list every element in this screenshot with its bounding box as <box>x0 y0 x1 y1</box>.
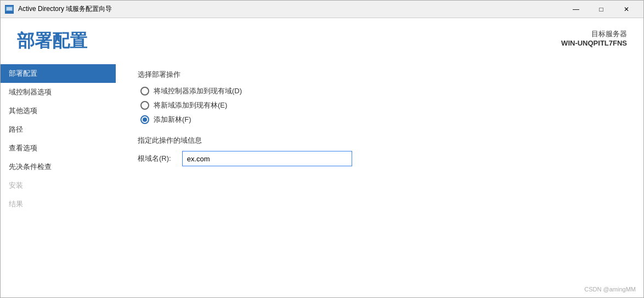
sidebar: 部署配置 域控制器选项 其他选项 路径 查看选项 先决条件检 <box>1 61 116 297</box>
sidebar-item-prerequisites[interactable]: 先决条件检查 <box>1 158 116 176</box>
domain-section: 指定此操作的域信息 根域名(R): <box>138 136 622 166</box>
domain-field-label: 根域名(R): <box>138 154 171 164</box>
target-server-name: WIN-UNQPITL7FNS <box>561 39 627 47</box>
sidebar-item-deployment[interactable]: 部署配置 <box>1 64 116 83</box>
sidebar-item-paths[interactable]: 路径 <box>1 120 116 139</box>
sidebar-item-install: 安装 <box>1 176 116 195</box>
maximize-button[interactable]: □ <box>589 1 614 18</box>
radio-circle-2 <box>140 101 149 110</box>
main-content: 部署配置 域控制器选项 其他选项 路径 查看选项 先决条件检 <box>1 61 643 297</box>
radio-group: 将域控制器添加到现有域(D) 将新域添加到现有林(E) 添加新林(F) <box>140 86 622 125</box>
radio-circle-1 <box>140 87 149 95</box>
svg-rect-2 <box>5 11 14 13</box>
watermark: CSDN @amingMM <box>584 286 636 293</box>
sidebar-item-review[interactable]: 查看选项 <box>1 139 116 158</box>
target-server-info: 目标服务器 WIN-UNQPITL7FNS <box>561 29 627 47</box>
sidebar-item-dc-options[interactable]: 域控制器选项 <box>1 83 116 102</box>
content-area: 部署配置 目标服务器 WIN-UNQPITL7FNS 部署配置 域控制器选项 <box>1 18 643 297</box>
radio-add-new-forest[interactable]: 添加新林(F) <box>140 115 622 125</box>
page-title: 部署配置 <box>17 29 87 53</box>
title-bar: Active Directory 域服务配置向导 — □ ✕ <box>1 1 643 18</box>
radio-circle-3 <box>140 115 149 124</box>
close-button[interactable]: ✕ <box>614 1 639 18</box>
right-panel: 选择部署操作 将域控制器添加到现有域(D) 将新域添加到现有林(E) 添 <box>116 61 643 297</box>
domain-section-title: 指定此操作的域信息 <box>138 136 622 145</box>
header: 部署配置 目标服务器 WIN-UNQPITL7FNS <box>1 18 643 61</box>
section-title: 选择部署操作 <box>138 70 622 80</box>
svg-rect-1 <box>7 7 12 10</box>
window-controls: — □ ✕ <box>563 1 639 18</box>
sidebar-item-other-options[interactable]: 其他选项 <box>1 102 116 120</box>
radio-add-to-existing-domain[interactable]: 将域控制器添加到现有域(D) <box>140 86 622 96</box>
minimize-button[interactable]: — <box>563 1 589 18</box>
target-server-label: 目标服务器 <box>561 29 627 39</box>
window-title: Active Directory 域服务配置向导 <box>18 4 563 14</box>
app-icon <box>5 5 14 14</box>
sidebar-item-results: 结果 <box>1 195 116 213</box>
domain-field-row: 根域名(R): <box>138 151 622 166</box>
radio-add-new-domain[interactable]: 将新域添加到现有林(E) <box>140 100 622 110</box>
domain-name-input[interactable] <box>182 151 352 166</box>
